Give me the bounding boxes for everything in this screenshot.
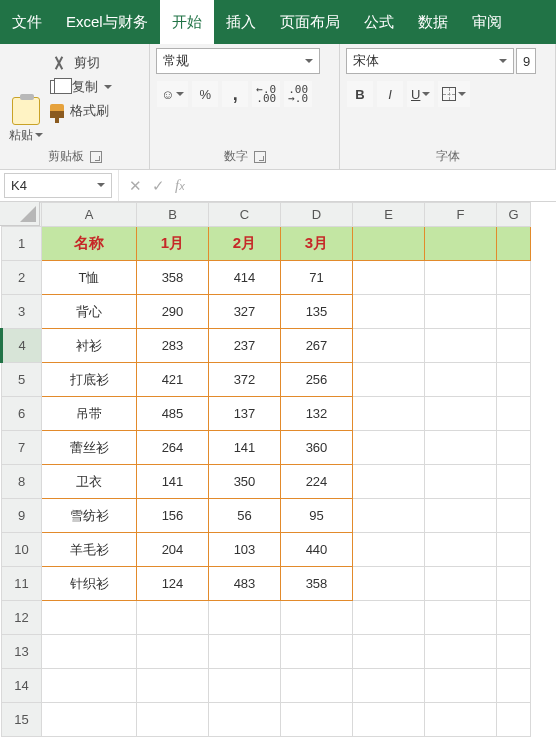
row-header[interactable]: 9: [2, 499, 42, 533]
row-header[interactable]: 14: [2, 669, 42, 703]
cell[interactable]: [497, 295, 531, 329]
cell[interactable]: 蕾丝衫: [42, 431, 137, 465]
cell[interactable]: 485: [137, 397, 209, 431]
cell[interactable]: [497, 533, 531, 567]
number-format-combo[interactable]: 常规: [156, 48, 320, 74]
cell[interactable]: 350: [209, 465, 281, 499]
cell[interactable]: [497, 669, 531, 703]
cut-button[interactable]: 剪切: [50, 54, 112, 72]
cell[interactable]: [353, 533, 425, 567]
cell[interactable]: [353, 431, 425, 465]
cell[interactable]: 156: [137, 499, 209, 533]
cell[interactable]: [42, 703, 137, 737]
cell[interactable]: [137, 601, 209, 635]
cell[interactable]: 71: [281, 261, 353, 295]
fx-icon[interactable]: fx: [175, 177, 185, 194]
cell[interactable]: 372: [209, 363, 281, 397]
paste-button[interactable]: 粘贴: [6, 48, 46, 146]
cell[interactable]: 283: [137, 329, 209, 363]
menu-data[interactable]: 数据: [406, 0, 460, 44]
cell[interactable]: 224: [281, 465, 353, 499]
font-name-combo[interactable]: 宋体: [346, 48, 514, 74]
cell[interactable]: 141: [209, 431, 281, 465]
row-header[interactable]: 3: [2, 295, 42, 329]
row-header[interactable]: 8: [2, 465, 42, 499]
increase-decimal-button[interactable]: [251, 80, 281, 108]
chevron-down-icon[interactable]: [104, 85, 112, 93]
cell[interactable]: [425, 567, 497, 601]
cell[interactable]: 358: [281, 567, 353, 601]
cell[interactable]: [497, 703, 531, 737]
cell[interactable]: 360: [281, 431, 353, 465]
cell[interactable]: [497, 431, 531, 465]
cell[interactable]: [42, 635, 137, 669]
cell[interactable]: [353, 465, 425, 499]
menu-layout[interactable]: 页面布局: [268, 0, 352, 44]
cell[interactable]: 132: [281, 397, 353, 431]
cell[interactable]: 421: [137, 363, 209, 397]
cell[interactable]: [281, 601, 353, 635]
cell[interactable]: T恤: [42, 261, 137, 295]
dialog-launcher-icon[interactable]: [90, 151, 102, 163]
cell[interactable]: 雪纺衫: [42, 499, 137, 533]
cell[interactable]: 358: [137, 261, 209, 295]
cell[interactable]: [281, 635, 353, 669]
cell[interactable]: 针织衫: [42, 567, 137, 601]
col-header-d[interactable]: D: [281, 203, 353, 227]
cell[interactable]: 56: [209, 499, 281, 533]
menu-home[interactable]: 开始: [160, 0, 214, 44]
cell[interactable]: [353, 295, 425, 329]
cell[interactable]: [209, 601, 281, 635]
cell[interactable]: [425, 431, 497, 465]
cell[interactable]: 卫衣: [42, 465, 137, 499]
cell[interactable]: [353, 363, 425, 397]
col-header-f[interactable]: F: [425, 203, 497, 227]
cell[interactable]: 483: [209, 567, 281, 601]
row-header[interactable]: 6: [2, 397, 42, 431]
cell[interactable]: 2月: [209, 227, 281, 261]
cell[interactable]: 103: [209, 533, 281, 567]
decrease-decimal-button[interactable]: [283, 80, 313, 108]
cell[interactable]: [425, 465, 497, 499]
cell[interactable]: 137: [209, 397, 281, 431]
cell[interactable]: [425, 227, 497, 261]
cell[interactable]: [497, 227, 531, 261]
cell[interactable]: [425, 329, 497, 363]
cell[interactable]: 267: [281, 329, 353, 363]
cell[interactable]: [209, 703, 281, 737]
cell[interactable]: [353, 499, 425, 533]
cell[interactable]: [425, 295, 497, 329]
cell[interactable]: [497, 329, 531, 363]
cell[interactable]: [497, 567, 531, 601]
underline-button[interactable]: U: [406, 80, 435, 108]
col-header-a[interactable]: A: [42, 203, 137, 227]
cell[interactable]: [281, 669, 353, 703]
cell[interactable]: [425, 261, 497, 295]
row-header[interactable]: 5: [2, 363, 42, 397]
percent-button[interactable]: %: [191, 80, 219, 108]
cell[interactable]: [281, 703, 353, 737]
name-box[interactable]: K4: [4, 173, 112, 198]
italic-button[interactable]: I: [376, 80, 404, 108]
cell[interactable]: 290: [137, 295, 209, 329]
menu-file[interactable]: 文件: [0, 0, 54, 44]
cell[interactable]: [425, 703, 497, 737]
cell[interactable]: [425, 363, 497, 397]
cancel-icon[interactable]: ✕: [129, 177, 142, 195]
cell[interactable]: [353, 703, 425, 737]
cell[interactable]: [497, 499, 531, 533]
formula-input[interactable]: [195, 170, 556, 201]
col-header-c[interactable]: C: [209, 203, 281, 227]
cell[interactable]: 256: [281, 363, 353, 397]
row-header[interactable]: 12: [2, 601, 42, 635]
cell[interactable]: [497, 635, 531, 669]
menu-addin[interactable]: Excel与财务: [54, 0, 160, 44]
chevron-down-icon[interactable]: [97, 183, 105, 191]
row-header[interactable]: 10: [2, 533, 42, 567]
cell[interactable]: [425, 669, 497, 703]
cell[interactable]: [425, 635, 497, 669]
cell[interactable]: 打底衫: [42, 363, 137, 397]
cell[interactable]: 141: [137, 465, 209, 499]
cell[interactable]: 440: [281, 533, 353, 567]
row-header[interactable]: 11: [2, 567, 42, 601]
